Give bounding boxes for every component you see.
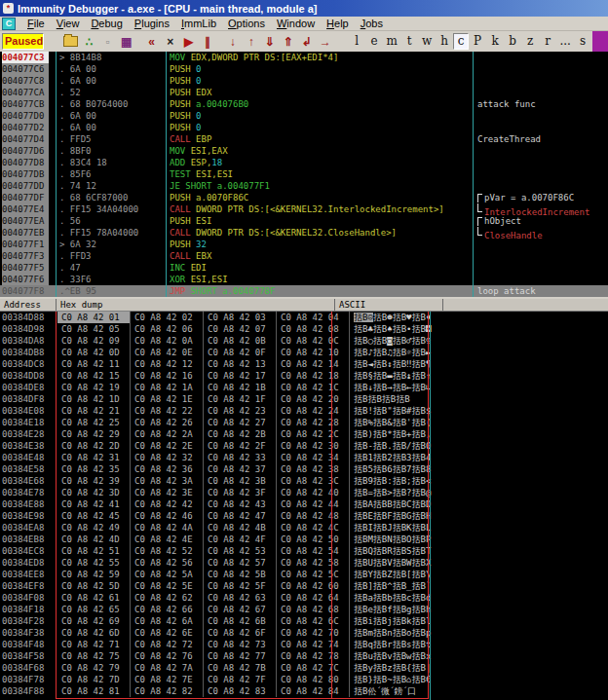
exec-till-return-icon[interactable]: ↲: [298, 33, 315, 50]
disasm-bytes: . 33F6: [57, 274, 167, 285]
hex-dump-pane[interactable]: Address Hex dump ASCII 00384D88C0 A8 42 …: [0, 299, 608, 700]
toolbar-letter-s[interactable]: s: [574, 33, 591, 50]
hex-dump-row[interactable]: 00384EE8C0 A8 42 59C0 A8 42 5AC0 A8 42 5…: [0, 569, 608, 580]
disasm-row[interactable]: 004077D4. FFD5CALL EBPCreateThread: [0, 133, 608, 145]
disasm-row[interactable]: 004077CA. 52PUSH EDX: [0, 87, 608, 98]
hex-byte-group: C0 A8 42 49: [57, 522, 131, 534]
menu-item-help[interactable]: Help: [321, 18, 355, 30]
step-into-icon[interactable]: ↓: [224, 33, 241, 50]
menu-item-jobs[interactable]: Jobs: [355, 18, 389, 30]
toolbar-letter-t[interactable]: t: [400, 33, 418, 50]
menu-item-debug[interactable]: Debug: [85, 18, 128, 30]
disasm-row[interactable]: 004077E4. FF15 34A04000CALL DWORD PTR DS…: [0, 203, 608, 215]
disasm-row[interactable]: 004077C8. 6A 00PUSH 0: [0, 75, 608, 87]
cpu-disassembly-pane[interactable]: 004077C3> 8B14B8MOV EDX,DWORD PTR DS:[EA…: [0, 52, 608, 297]
hex-dump-row[interactable]: 00384E48C0 A8 42 31C0 A8 42 32C0 A8 42 3…: [0, 452, 608, 463]
hex-dump-row[interactable]: 00384EF8C0 A8 42 5DC0 A8 42 5EC0 A8 42 5…: [0, 580, 608, 592]
disasm-row[interactable]: 004077F6. 33F6XOR ESI,ESI: [0, 274, 608, 285]
hex-dump-row[interactable]: 00384DF8C0 A8 42 1DC0 A8 42 1EC0 A8 42 1…: [0, 393, 608, 405]
toolbar-letter-P[interactable]: P: [469, 33, 486, 50]
menu-item-plugins[interactable]: Plugins: [129, 18, 175, 30]
hex-dump-row[interactable]: 00384EC8C0 A8 42 51C0 A8 42 52C0 A8 42 5…: [0, 545, 608, 557]
window-icon[interactable]: ▫: [99, 33, 116, 50]
hex-dump-row[interactable]: 00384D88C0 A8 42 01C0 A8 42 02C0 A8 42 0…: [0, 312, 608, 323]
hex-dump-row[interactable]: 00384E38C0 A8 42 2DC0 A8 42 2EC0 A8 42 2…: [0, 440, 608, 452]
run-icon[interactable]: ▶: [180, 33, 197, 50]
animate-into-icon[interactable]: ⇓: [261, 33, 278, 50]
hex-dump-row[interactable]: 00384E68C0 A8 42 39C0 A8 42 3AC0 A8 42 3…: [0, 475, 608, 487]
exec-till-user-icon[interactable]: →: [317, 33, 333, 50]
hex-dump-row[interactable]: 00384DC8C0 A8 42 11C0 A8 42 12C0 A8 42 1…: [0, 358, 608, 370]
toolbar-letter-h[interactable]: h: [436, 33, 453, 50]
open-file-icon[interactable]: [62, 33, 79, 50]
hex-dump-row[interactable]: 00384EA8C0 A8 42 49C0 A8 42 4AC0 A8 42 4…: [0, 522, 608, 534]
hex-dump-row[interactable]: 00384D98C0 A8 42 05C0 A8 42 06C0 A8 42 0…: [0, 323, 608, 335]
disasm-row[interactable]: 004077EB. FF15 78A04000CALL DWORD PTR DS…: [0, 227, 608, 239]
disasm-row[interactable]: 004077DB. 85F6TEST ESI,ESI: [0, 168, 608, 180]
hex-dump-row[interactable]: 00384E78C0 A8 42 3DC0 A8 42 3EC0 A8 42 3…: [0, 487, 608, 498]
disasm-row[interactable]: 004077CB. 68 B0764000PUSH a.004076B0atta…: [0, 98, 608, 110]
hex-dump-row[interactable]: 00384F08C0 A8 42 61C0 A8 42 62C0 A8 42 6…: [0, 592, 608, 604]
close-icon[interactable]: ×: [162, 33, 178, 50]
hex-dump-row[interactable]: 00384F28C0 A8 42 69C0 A8 42 6AC0 A8 42 6…: [0, 615, 608, 627]
disasm-row[interactable]: 004077D0. 6A 00PUSH 0: [0, 110, 608, 122]
hex-dump-row[interactable]: 00384F78C0 A8 42 7DC0 A8 42 7EC0 A8 42 7…: [0, 674, 608, 685]
attach-icon[interactable]: ∴: [81, 33, 97, 50]
disasm-row[interactable]: 004077D6. 8BF0MOV ESI,EAX: [0, 145, 608, 157]
hex-dump-row[interactable]: 00384ED8C0 A8 42 55C0 A8 42 56C0 A8 42 5…: [0, 557, 608, 569]
hex-dump-row[interactable]: 00384F68C0 A8 42 79C0 A8 42 7AC0 A8 42 7…: [0, 662, 608, 674]
disasm-row[interactable]: 004077F3. FFD3CALL EBX: [0, 250, 608, 262]
disasm-row[interactable]: 004077F8.^EB 95JMP SHORT a.0040778Floop …: [0, 285, 608, 297]
toolbar-letter-m[interactable]: m: [383, 33, 400, 50]
step-over-icon[interactable]: ↑: [243, 33, 259, 50]
toolbar-letter-b[interactable]: b: [504, 33, 521, 50]
hex-dump-row[interactable]: 00384E88C0 A8 42 41C0 A8 42 42C0 A8 42 4…: [0, 498, 608, 510]
menu-item-immlib[interactable]: ImmLib: [175, 18, 222, 30]
disasm-row[interactable]: 004077EA. 56PUSH ESIhObject: [0, 215, 608, 227]
disasm-bytes: . 6A 00: [57, 110, 167, 122]
animate-over-icon[interactable]: ⇑: [280, 33, 296, 50]
hex-dump-row[interactable]: 00384F38C0 A8 42 6DC0 A8 42 6EC0 A8 42 6…: [0, 627, 608, 639]
disasm-row[interactable]: 004077F1> 6A 32PUSH 32: [0, 239, 608, 250]
hex-dump-row[interactable]: 00384E28C0 A8 42 29C0 A8 42 2AC0 A8 42 2…: [0, 428, 608, 440]
toolbar-letter-z[interactable]: z: [521, 33, 539, 50]
disasm-row[interactable]: 004077F5. 47INC EDI: [0, 262, 608, 274]
toolbar-letter-e[interactable]: e: [365, 33, 383, 50]
toolbar-letter-c[interactable]: c: [453, 33, 469, 50]
disasm-row[interactable]: 004077D8. 83C4 18ADD ESP,18: [0, 157, 608, 168]
hex-dump-row[interactable]: 00384DE8C0 A8 42 19C0 A8 42 1AC0 A8 42 1…: [0, 382, 608, 393]
hex-dump-row[interactable]: 00384EB8C0 A8 42 4DC0 A8 42 4EC0 A8 42 4…: [0, 534, 608, 545]
toolbar-letter-k[interactable]: k: [486, 33, 504, 50]
menu-item-options[interactable]: Options: [222, 18, 271, 30]
hex-byte-group: C0 A8 42 40: [277, 487, 350, 498]
toolbar-letter-w[interactable]: w: [418, 33, 436, 50]
hex-dump-row[interactable]: 00384DB8C0 A8 42 0DC0 A8 42 0EC0 A8 42 0…: [0, 347, 608, 358]
disasm-row[interactable]: 004077D2. 6A 00PUSH 0: [0, 122, 608, 133]
toolbar-letter-r[interactable]: r: [539, 33, 556, 50]
hex-dump-row[interactable]: 00384F58C0 A8 42 75C0 A8 42 76C0 A8 42 7…: [0, 650, 608, 662]
child-window-icon[interactable]: C: [2, 18, 16, 30]
hex-dump-row[interactable]: 00384F18C0 A8 42 65C0 A8 42 66C0 A8 42 6…: [0, 604, 608, 615]
disasm-row[interactable]: 004077DF. 68 6CF87000PUSH a.0070F86CpVar…: [0, 192, 608, 203]
disasm-address: 004077CA: [0, 87, 57, 98]
menu-item-window[interactable]: Window: [271, 18, 321, 30]
hex-dump-row[interactable]: 00384E18C0 A8 42 25C0 A8 42 26C0 A8 42 2…: [0, 417, 608, 428]
hex-dump-row[interactable]: 00384F48C0 A8 42 71C0 A8 42 72C0 A8 42 7…: [0, 639, 608, 650]
disasm-row[interactable]: 004077C6. 6A 00PUSH 0: [0, 63, 608, 75]
menu-item-file[interactable]: File: [21, 18, 51, 30]
hex-dump-row[interactable]: 00384E08C0 A8 42 21C0 A8 42 22C0 A8 42 2…: [0, 405, 608, 417]
hex-dump-row[interactable]: 00384E58C0 A8 42 35C0 A8 42 36C0 A8 42 3…: [0, 463, 608, 475]
hex-dump-row[interactable]: 00384DA8C0 A8 42 09C0 A8 42 0AC0 A8 42 0…: [0, 335, 608, 347]
restart-icon[interactable]: «: [143, 33, 160, 50]
hex-dump-row[interactable]: 00384DD8C0 A8 42 15C0 A8 42 16C0 A8 42 1…: [0, 370, 608, 382]
pause-icon[interactable]: ∥: [199, 33, 215, 50]
menu-item-view[interactable]: View: [51, 18, 86, 30]
script-window-icon[interactable]: ▦: [118, 33, 134, 50]
disasm-row[interactable]: 004077C3> 8B14B8MOV EDX,DWORD PTR DS:[EA…: [0, 52, 608, 63]
hex-dump-row[interactable]: 00384F88C0 A8 42 81C0 A8 42 82C0 A8 42 8…: [0, 685, 608, 697]
disasm-row[interactable]: 004077DD. 74 12JE SHORT a.004077F1: [0, 180, 608, 192]
toolbar-letter-xxx[interactable]: ...: [556, 33, 574, 50]
hex-dump-rows[interactable]: 00384D88C0 A8 42 01C0 A8 42 02C0 A8 42 0…: [0, 312, 608, 700]
hex-dump-row[interactable]: 00384E98C0 A8 42 45C0 A8 42 46C0 A8 42 4…: [0, 510, 608, 522]
toolbar-letter-l[interactable]: l: [348, 33, 365, 50]
